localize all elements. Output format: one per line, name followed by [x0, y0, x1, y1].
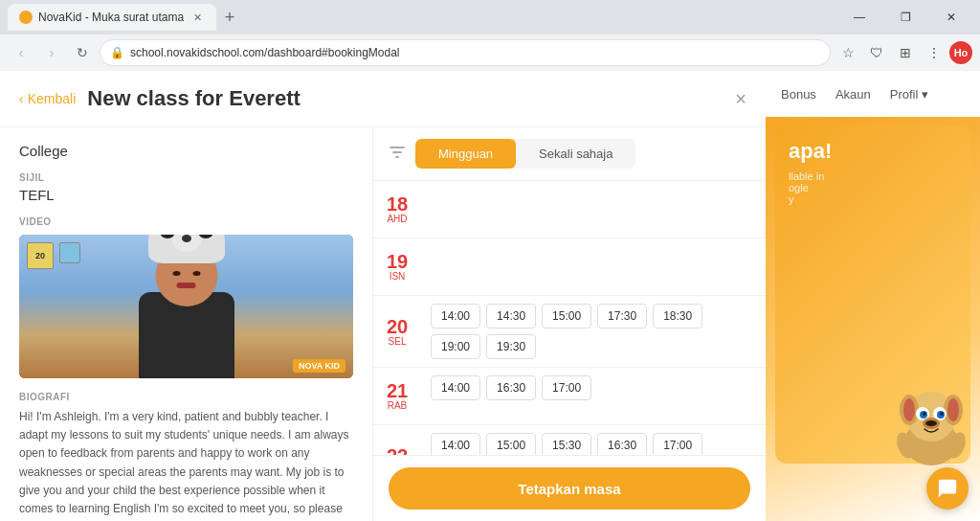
lock-icon: 🔒: [110, 46, 124, 59]
bio-label: BIOGRAFI: [19, 392, 353, 402]
url-text: school.novakidschool.com/dashboard#booki…: [130, 46, 820, 59]
profile-avatar[interactable]: Ho: [949, 41, 972, 64]
time-slot[interactable]: 16:30: [486, 375, 536, 400]
bio-text: Hi! I'm Ashleigh. I'm a very kind, patie…: [19, 408, 353, 521]
filter-icon[interactable]: [389, 144, 406, 165]
menu-button[interactable]: ⋮: [921, 39, 947, 66]
day-label-21: 21RAB: [373, 368, 421, 424]
cert-value: TEFL: [19, 187, 353, 203]
time-slot[interactable]: 19:30: [486, 334, 536, 359]
svg-point-11: [940, 412, 944, 416]
modal-header: ‹ Kembali New class for Everett ×: [0, 71, 766, 127]
forward-nav-button[interactable]: ›: [38, 39, 65, 66]
time-slot[interactable]: 14:00: [431, 304, 480, 328]
sidebar-nav-bonus[interactable]: Bonus: [781, 87, 816, 102]
day-row-21: 21RAB14:0016:3017:00: [373, 368, 766, 425]
time-slot[interactable]: 17:30: [597, 304, 647, 328]
tab-title: NovaKid - Muka surat utama: [38, 11, 184, 24]
teacher-video: 20: [19, 235, 353, 378]
time-slot[interactable]: 14:00: [431, 433, 480, 455]
modal-body: College SIJIL TEFL VIDEO 20: [0, 127, 766, 521]
day-slots-18: [421, 181, 766, 238]
day-row-20: 20SEL14:0014:3015:0017:3018:3019:0019:30: [373, 296, 766, 368]
maximize-button[interactable]: ❐: [884, 4, 926, 31]
close-button[interactable]: ✕: [930, 4, 972, 31]
svg-point-13: [925, 420, 937, 426]
calendar-header: Mingguan Sekali sahaja: [373, 127, 766, 181]
confirm-time-button[interactable]: Tetapkan masa: [389, 467, 750, 510]
star-button[interactable]: ☆: [835, 39, 861, 66]
modal-title: New class for Everett: [87, 86, 301, 111]
browser-chrome: NovaKid - Muka surat utama ✕ + — ❐ ✕ ‹ ›…: [0, 0, 980, 71]
extensions-button[interactable]: ⊞: [892, 39, 919, 66]
day-row-22: 22KHA14:0015:0015:3016:3017:0017:3018:30…: [373, 425, 766, 455]
calendar-scroll[interactable]: 18AHD19ISN20SEL14:0014:3015:0017:3018:30…: [373, 181, 766, 455]
time-slot[interactable]: 17:00: [542, 375, 591, 400]
back-button[interactable]: ‹ Kembali: [19, 91, 76, 106]
day-label-18: 18AHD: [373, 181, 421, 238]
back-nav-button[interactable]: ‹: [8, 39, 34, 66]
browser-toolbar: ‹ › ↻ 🔒 school.novakidschool.com/dashboa…: [0, 34, 980, 71]
toolbar-actions: ☆ 🛡 ⊞ ⋮ Ho: [835, 39, 972, 66]
back-label: Kembali: [28, 91, 77, 106]
refresh-button[interactable]: ↻: [69, 39, 96, 66]
browser-titlebar: NovaKid - Muka surat utama ✕ + — ❐ ✕: [0, 0, 980, 34]
video-label: VIDEO: [19, 216, 353, 227]
modal-close-button[interactable]: ×: [735, 88, 746, 110]
time-slot[interactable]: 15:00: [542, 304, 591, 328]
sidebar-nav-profil[interactable]: Profil ▾: [890, 87, 928, 102]
day-label-19: 19ISN: [373, 238, 421, 295]
day-slots-21: 14:0016:3017:00: [421, 368, 766, 424]
calendar-tab-group: Mingguan Sekali sahaja: [415, 139, 635, 169]
tab-favicon: [19, 11, 33, 24]
calendar-footer: Tetapkan masa: [373, 455, 766, 521]
time-slot[interactable]: 17:00: [653, 433, 702, 455]
day-row-18: 18AHD: [373, 181, 766, 238]
sidebar-nav: Bonus Akaun Profil ▾: [766, 71, 980, 117]
time-slot[interactable]: 14:30: [486, 304, 536, 328]
cert-label: SIJIL: [19, 172, 353, 183]
day-slots-22: 14:0015:0015:3016:3017:0017:3018:3019:00: [421, 425, 766, 455]
time-slot[interactable]: 16:30: [597, 433, 647, 455]
time-slot[interactable]: 18:30: [653, 304, 702, 328]
minimize-button[interactable]: —: [838, 4, 880, 31]
chat-button[interactable]: [926, 467, 969, 510]
day-slots-19: [421, 238, 766, 295]
mascot: [888, 374, 974, 473]
day-label-20: 20SEL: [373, 296, 421, 367]
browser-tab[interactable]: NovaKid - Muka surat utama ✕: [8, 4, 216, 31]
new-tab-button[interactable]: +: [216, 4, 243, 31]
sidebar-content: apa! llable in ogle y: [766, 117, 980, 521]
back-arrow-icon: ‹: [19, 91, 24, 106]
right-sidebar: Bonus Akaun Profil ▾ apa! llable in ogle…: [766, 71, 980, 521]
time-slot[interactable]: 19:00: [431, 334, 480, 359]
svg-point-4: [903, 398, 915, 421]
sidebar-nav-akaun[interactable]: Akaun: [835, 87, 871, 102]
shield-icon-btn[interactable]: 🛡: [863, 39, 890, 66]
tab-sekali[interactable]: Sekali sahaja: [516, 139, 635, 169]
calendar-pane: Mingguan Sekali sahaja 18AHD19ISN20SEL14…: [373, 127, 766, 521]
address-bar[interactable]: 🔒 school.novakidschool.com/dashboard#boo…: [100, 39, 831, 66]
svg-point-10: [923, 412, 926, 416]
time-slot[interactable]: 15:00: [486, 433, 536, 455]
window-controls: — ❐ ✕: [838, 4, 972, 31]
time-slot[interactable]: 14:00: [431, 375, 480, 400]
info-pane: College SIJIL TEFL VIDEO 20: [0, 127, 373, 521]
tab-close-button[interactable]: ✕: [189, 10, 205, 25]
modal-panel: ‹ Kembali New class for Everett × Colleg…: [0, 71, 766, 521]
day-row-19: 19ISN: [373, 238, 766, 296]
college-value: College: [19, 143, 353, 159]
time-slot[interactable]: 15:30: [542, 433, 591, 455]
day-label-22: 22KHA: [373, 425, 421, 455]
tab-mingguan[interactable]: Mingguan: [415, 139, 516, 169]
page-content: ‹ Kembali New class for Everett × Colleg…: [0, 71, 980, 521]
day-slots-20: 14:0014:3015:0017:3018:3019:0019:30: [421, 296, 766, 367]
svg-point-5: [947, 398, 959, 421]
video-badge: NOVA KID: [293, 359, 345, 373]
